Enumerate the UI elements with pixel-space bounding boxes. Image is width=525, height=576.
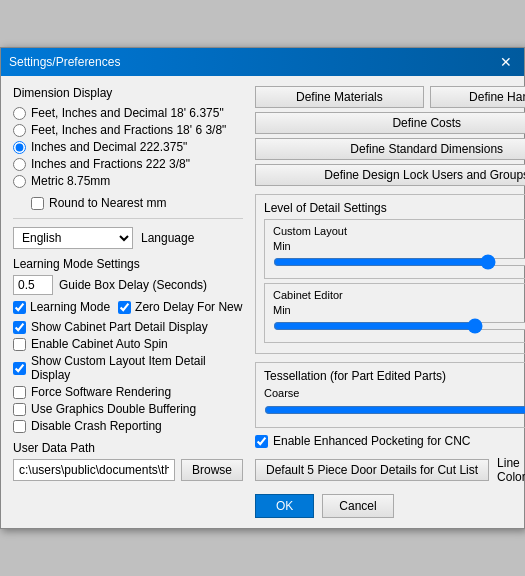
- graphics-double-buffer-checkbox[interactable]: [13, 403, 26, 416]
- zero-delay-checkbox-row[interactable]: Zero Delay For New: [118, 300, 242, 314]
- lod-settings-label: Level of Detail Settings: [264, 201, 525, 215]
- guide-box-row: Guide Box Delay (Seconds): [13, 275, 243, 295]
- cnc-checkbox[interactable]: [255, 435, 268, 448]
- cnc-row: Enable Enhanced Pocketing for CNC: [255, 434, 525, 448]
- bottom-row: Default 5 Piece Door Details for Cut Lis…: [255, 456, 525, 484]
- title-bar: Settings/Preferences ✕: [1, 48, 524, 76]
- show-cabinet-part-row[interactable]: Show Cabinet Part Detail Display: [13, 320, 243, 334]
- line-settings: Line Color Black White Red Blue: [497, 456, 525, 484]
- custom-layout-label: Custom Layout: [273, 225, 347, 237]
- show-custom-layout-label: Show Custom Layout Item Detail Display: [31, 354, 243, 382]
- round-to-nearest-row: Round to Nearest mm: [13, 196, 243, 210]
- learning-mode-label: Learning Mode: [30, 300, 110, 314]
- define-standard-dimensions-button[interactable]: Define Standard Dimensions: [255, 138, 525, 160]
- radio-feet-decimal-input[interactable]: [13, 107, 26, 120]
- learning-mode-options: Learning Mode Zero Delay For New: [13, 300, 243, 314]
- ok-cancel-row: OK Cancel: [255, 494, 525, 518]
- define-design-lock-button[interactable]: Define Design Lock Users and Groups: [255, 164, 525, 186]
- radio-inches-fractions-label: Inches and Fractions 222 3/8": [31, 157, 190, 171]
- guide-box-input[interactable]: [13, 275, 53, 295]
- radio-inches-decimal-input[interactable]: [13, 141, 26, 154]
- learning-mode-checkbox[interactable]: [13, 301, 26, 314]
- enable-auto-spin-label: Enable Cabinet Auto Spin: [31, 337, 168, 351]
- show-custom-layout-row[interactable]: Show Custom Layout Item Detail Display: [13, 354, 243, 382]
- radio-feet-decimal[interactable]: Feet, Inches and Decimal 18' 6.375": [13, 106, 243, 120]
- disable-crash-checkbox[interactable]: [13, 420, 26, 433]
- user-data-section: User Data Path Browse: [13, 441, 243, 481]
- window-title: Settings/Preferences: [9, 55, 120, 69]
- radio-feet-fractions-input[interactable]: [13, 124, 26, 137]
- graphics-double-buffer-label: Use Graphics Double Buffering: [31, 402, 196, 416]
- show-cabinet-part-checkbox[interactable]: [13, 321, 26, 334]
- right-panel: Define Materials Define Hardware Define …: [255, 86, 525, 518]
- zero-delay-checkbox[interactable]: [118, 301, 131, 314]
- radio-feet-fractions[interactable]: Feet, Inches and Fractions 18' 6 3/8": [13, 123, 243, 137]
- feature-checkboxes: Show Cabinet Part Detail Display Enable …: [13, 320, 243, 433]
- top-buttons-row: Define Materials Define Hardware: [255, 86, 525, 108]
- radio-feet-fractions-label: Feet, Inches and Fractions 18' 6 3/8": [31, 123, 226, 137]
- browse-button[interactable]: Browse: [181, 459, 243, 481]
- cabinet-editor-slider[interactable]: [273, 318, 525, 334]
- disable-crash-row[interactable]: Disable Crash Reporting: [13, 419, 243, 433]
- custom-layout-min-label: Min: [273, 240, 291, 252]
- line-color-label: Line Color: [497, 456, 525, 484]
- force-software-label: Force Software Rendering: [31, 385, 171, 399]
- radio-inches-fractions[interactable]: Inches and Fractions 222 3/8": [13, 157, 243, 171]
- language-label: Language: [141, 231, 194, 245]
- graphics-double-buffer-row[interactable]: Use Graphics Double Buffering: [13, 402, 243, 416]
- tessellation-slider[interactable]: [264, 402, 525, 418]
- cabinet-editor-header: Cabinet Editor: [273, 289, 525, 301]
- default-btn[interactable]: Default 5 Piece Door Details for Cut Lis…: [255, 459, 489, 481]
- enable-auto-spin-checkbox[interactable]: [13, 338, 26, 351]
- radio-metric-label: Metric 8.75mm: [31, 174, 110, 188]
- disable-crash-label: Disable Crash Reporting: [31, 419, 162, 433]
- cabinet-editor-label: Cabinet Editor: [273, 289, 343, 301]
- tessellation-label: Tessellation (for Part Edited Parts): [264, 369, 525, 383]
- custom-layout-header: Custom Layout: [273, 225, 525, 237]
- left-panel: Dimension Display Feet, Inches and Decim…: [13, 86, 243, 518]
- learning-mode-checkbox-row[interactable]: Learning Mode: [13, 300, 110, 314]
- coarse-label: Coarse: [264, 387, 299, 399]
- radio-inches-fractions-input[interactable]: [13, 158, 26, 171]
- radio-inches-decimal[interactable]: Inches and Decimal 222.375": [13, 140, 243, 154]
- cabinet-editor-group: Cabinet Editor Min Max Apply: [264, 283, 525, 343]
- lod-settings-group: Level of Detail Settings Custom Layout M…: [255, 194, 525, 354]
- show-cabinet-part-label: Show Cabinet Part Detail Display: [31, 320, 208, 334]
- round-to-nearest-label: Round to Nearest mm: [49, 196, 166, 210]
- tessellation-labels: Coarse Smooth: [264, 387, 525, 399]
- define-hardware-button[interactable]: Define Hardware: [430, 86, 525, 108]
- ok-button[interactable]: OK: [255, 494, 314, 518]
- dimension-radio-group: Feet, Inches and Decimal 18' 6.375" Feet…: [13, 106, 243, 188]
- radio-metric-input[interactable]: [13, 175, 26, 188]
- user-data-path-label: User Data Path: [13, 441, 243, 455]
- cabinet-editor-slider-row: Min Max Apply: [273, 304, 525, 337]
- custom-layout-slider[interactable]: [273, 254, 525, 270]
- language-select[interactable]: English French German Spanish: [13, 227, 133, 249]
- guide-box-label: Guide Box Delay (Seconds): [59, 278, 207, 292]
- settings-window: Settings/Preferences ✕ Dimension Display…: [0, 47, 525, 529]
- custom-layout-slider-row: Min Max Apply: [273, 240, 525, 273]
- radio-inches-decimal-label: Inches and Decimal 222.375": [31, 140, 187, 154]
- close-button[interactable]: ✕: [496, 52, 516, 72]
- round-to-nearest-checkbox[interactable]: [31, 197, 44, 210]
- cnc-label: Enable Enhanced Pocketing for CNC: [273, 434, 470, 448]
- user-data-input[interactable]: [13, 459, 175, 481]
- language-row: English French German Spanish Language: [13, 227, 243, 249]
- main-layout: Dimension Display Feet, Inches and Decim…: [13, 86, 512, 518]
- content-area: Dimension Display Feet, Inches and Decim…: [1, 76, 524, 528]
- learning-mode-title: Learning Mode Settings: [13, 257, 243, 271]
- tessellation-group: Tessellation (for Part Edited Parts) Coa…: [255, 362, 525, 428]
- custom-layout-group: Custom Layout Min Max Apply: [264, 219, 525, 279]
- force-software-checkbox[interactable]: [13, 386, 26, 399]
- radio-feet-decimal-label: Feet, Inches and Decimal 18' 6.375": [31, 106, 224, 120]
- force-software-row[interactable]: Force Software Rendering: [13, 385, 243, 399]
- define-costs-button[interactable]: Define Costs: [255, 112, 525, 134]
- cabinet-editor-min-label: Min: [273, 304, 291, 316]
- cancel-button[interactable]: Cancel: [322, 494, 393, 518]
- radio-metric[interactable]: Metric 8.75mm: [13, 174, 243, 188]
- show-custom-layout-checkbox[interactable]: [13, 362, 26, 375]
- zero-delay-label: Zero Delay For New: [135, 300, 242, 314]
- user-data-row: Browse: [13, 459, 243, 481]
- define-materials-button[interactable]: Define Materials: [255, 86, 424, 108]
- enable-auto-spin-row[interactable]: Enable Cabinet Auto Spin: [13, 337, 243, 351]
